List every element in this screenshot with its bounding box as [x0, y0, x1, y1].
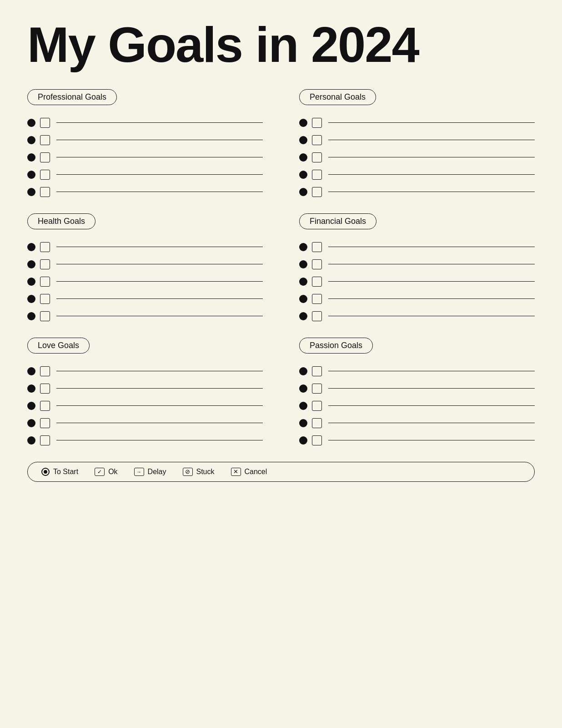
goal-line — [56, 388, 263, 389]
checkbox[interactable] — [40, 118, 50, 128]
section-label-financial: Financial Goals — [299, 213, 376, 229]
goal-line — [328, 388, 535, 389]
checkbox[interactable] — [312, 152, 322, 162]
section-label-passion: Passion Goals — [299, 338, 373, 354]
legend-label-stuck: Stuck — [196, 468, 215, 476]
checkbox[interactable] — [40, 277, 50, 287]
goal-list-health — [27, 238, 263, 324]
checkbox[interactable] — [312, 384, 322, 394]
goal-line — [56, 298, 263, 299]
goal-line — [328, 247, 535, 247]
bullet-icon — [299, 278, 307, 286]
checkbox[interactable] — [312, 118, 322, 128]
goal-item — [27, 414, 263, 431]
section-professional: Professional Goals — [27, 89, 263, 200]
goal-list-personal — [299, 113, 535, 200]
checkbox[interactable] — [40, 242, 50, 252]
checkbox[interactable] — [312, 294, 322, 304]
goal-item — [299, 182, 535, 200]
bullet-icon — [299, 295, 307, 303]
checkbox[interactable] — [312, 242, 322, 252]
checkbox[interactable] — [40, 384, 50, 394]
checkbox[interactable] — [312, 418, 322, 428]
section-label-health: Health Goals — [27, 213, 95, 229]
checkbox[interactable] — [312, 259, 322, 269]
goal-line — [328, 264, 535, 264]
checkbox[interactable] — [40, 170, 50, 180]
checkbox[interactable] — [312, 135, 322, 145]
goal-line — [56, 264, 263, 264]
goal-line — [56, 157, 263, 157]
section-financial: Financial Goals — [299, 213, 535, 324]
bullet-icon — [27, 384, 35, 393]
legend-label-ok: Ok — [108, 468, 117, 476]
checkbox[interactable] — [312, 366, 322, 376]
checkbox[interactable] — [40, 311, 50, 321]
checkbox[interactable] — [40, 259, 50, 269]
goal-line — [328, 281, 535, 282]
bullet-icon — [299, 402, 307, 410]
goal-item — [27, 182, 263, 200]
section-passion: Passion Goals — [299, 338, 535, 448]
checkbox[interactable] — [312, 401, 322, 411]
goal-item — [27, 289, 263, 307]
goal-item — [299, 272, 535, 289]
goal-item — [299, 414, 535, 431]
bullet-icon — [27, 419, 35, 427]
goal-line — [56, 192, 263, 192]
goal-list-passion — [299, 362, 535, 448]
bullet-icon — [299, 384, 307, 393]
goal-item — [27, 165, 263, 182]
checkbox[interactable] — [40, 294, 50, 304]
legend-bar: To Start ✓ Ok → Delay ⊘ Stuck ✕ Cancel — [27, 462, 535, 482]
section-label-personal: Personal Goals — [299, 89, 376, 105]
checkbox[interactable] — [40, 187, 50, 197]
goal-item — [299, 113, 535, 131]
goal-item — [299, 131, 535, 148]
legend-item-ok: ✓ Ok — [95, 468, 117, 476]
bullet-icon — [299, 153, 307, 162]
checkbox[interactable] — [40, 366, 50, 376]
goal-list-professional — [27, 113, 263, 200]
goal-line — [56, 371, 263, 371]
goal-item — [299, 148, 535, 165]
bullet-icon — [299, 367, 307, 375]
bullet-icon — [299, 436, 307, 445]
checkbox[interactable] — [40, 435, 50, 445]
section-personal: Personal Goals — [299, 89, 535, 200]
checkbox[interactable] — [312, 187, 322, 197]
bullet-icon — [299, 136, 307, 144]
legend-label-delay: Delay — [148, 468, 166, 476]
checkbox[interactable] — [312, 170, 322, 180]
goal-item — [299, 289, 535, 307]
bullet-icon — [27, 436, 35, 445]
checkbox[interactable] — [312, 435, 322, 445]
goal-line — [328, 405, 535, 406]
checkbox[interactable] — [40, 401, 50, 411]
checkbox[interactable] — [40, 152, 50, 162]
goal-line — [328, 298, 535, 299]
goal-item — [27, 272, 263, 289]
goal-line — [328, 371, 535, 371]
bullet-icon — [299, 119, 307, 127]
checkbox[interactable] — [312, 311, 322, 321]
goal-line — [56, 247, 263, 247]
bullet-icon — [27, 119, 35, 127]
stuck-icon: ⊘ — [183, 468, 193, 476]
checkbox[interactable] — [40, 418, 50, 428]
goal-line — [328, 174, 535, 175]
ok-icon: ✓ — [95, 468, 105, 476]
goal-line — [328, 140, 535, 140]
goal-line — [56, 316, 263, 316]
page-title: My Goals in 2024 — [27, 18, 535, 71]
goal-item — [299, 379, 535, 396]
checkbox[interactable] — [40, 135, 50, 145]
legend-item-cancel: ✕ Cancel — [231, 468, 267, 476]
bullet-icon — [27, 136, 35, 144]
checkbox[interactable] — [312, 277, 322, 287]
goal-line — [56, 122, 263, 123]
cancel-icon: ✕ — [231, 468, 241, 476]
goal-line — [328, 316, 535, 316]
goal-line — [56, 140, 263, 140]
bullet-icon — [27, 188, 35, 196]
